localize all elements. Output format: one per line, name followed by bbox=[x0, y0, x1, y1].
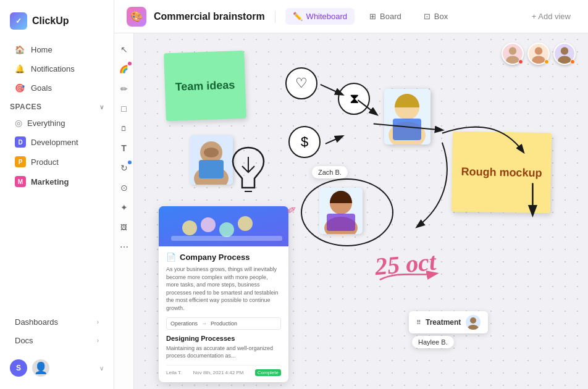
svg-rect-33 bbox=[171, 236, 282, 241]
sidebar-item-dashboards[interactable]: Dashboards › bbox=[5, 313, 109, 331]
doc-title-text: Company Process bbox=[180, 253, 250, 262]
bell-icon: 🔔 bbox=[15, 64, 25, 73]
svg-rect-17 bbox=[393, 119, 421, 140]
docs-label: Docs bbox=[15, 336, 33, 345]
svg-point-8 bbox=[204, 148, 219, 157]
sidebar-item-goals[interactable]: 🎯 Goals bbox=[5, 78, 109, 97]
tool-cursor[interactable]: ↖ bbox=[116, 41, 133, 58]
formula-icon: ✦ bbox=[120, 203, 128, 212]
date-text-value: 25 oct bbox=[374, 248, 437, 280]
tool-more[interactable]: ⋯ bbox=[116, 238, 133, 256]
page-title: Commercial brainstorm bbox=[154, 11, 265, 22]
doc-flow-to: Production bbox=[211, 320, 237, 327]
sidebar-goals-label: Goals bbox=[31, 83, 52, 93]
svg-point-34 bbox=[470, 317, 476, 324]
text-icon: T bbox=[121, 143, 127, 153]
tool-rainbow[interactable]: 🌈 bbox=[116, 61, 133, 78]
tab-board[interactable]: ⊞ Board bbox=[362, 8, 409, 25]
dashboards-chevron: › bbox=[97, 319, 99, 325]
marketing-badge: M bbox=[15, 176, 26, 187]
transform-icon: ↻ bbox=[120, 163, 128, 173]
sidebar-item-docs[interactable]: Docs › bbox=[5, 332, 109, 349]
more-icon: ⋯ bbox=[120, 242, 128, 252]
sidebar-item-product[interactable]: P Product bbox=[5, 153, 109, 171]
tab-box[interactable]: ⊡ Box bbox=[416, 8, 455, 25]
svg-point-4 bbox=[561, 47, 568, 54]
tool-note[interactable]: 🗒 bbox=[116, 120, 133, 137]
doc-flow: Operations → Production bbox=[166, 317, 281, 330]
heart-icon: ♡ bbox=[295, 75, 308, 91]
avatar-wrap-2 bbox=[527, 43, 550, 65]
svg-point-30 bbox=[201, 217, 216, 232]
date-annotation: 25 oct bbox=[374, 247, 437, 281]
svg-point-31 bbox=[219, 222, 234, 237]
tab-whiteboard[interactable]: ✏️ Whiteboard bbox=[285, 8, 355, 25]
spaces-label: Spaces bbox=[10, 102, 41, 111]
lightbulb-sketch bbox=[230, 144, 267, 206]
doc-card[interactable]: 📄 Company Process As your business grows… bbox=[159, 206, 288, 382]
docs-chevron: › bbox=[97, 337, 99, 344]
board-tab-icon: ⊞ bbox=[369, 12, 376, 21]
dashboards-label: Dashboards bbox=[15, 317, 58, 327]
whiteboard-tab-label: Whiteboard bbox=[306, 12, 347, 21]
sidebar-item-everything[interactable]: ◎ Everything bbox=[5, 114, 109, 132]
main-area: 🎨 Commercial brainstorm ✏️ Whiteboard ⊞ … bbox=[114, 0, 588, 389]
rect-icon: □ bbox=[121, 104, 126, 114]
treatment-card[interactable]: ⠿ Treatment bbox=[409, 311, 488, 333]
label-haylee: Haylee B. bbox=[412, 336, 454, 348]
doc-designing-text: Maintaining as accurate and well-organiz… bbox=[166, 345, 281, 360]
cursor-icon: ↖ bbox=[120, 44, 128, 54]
svg-point-5 bbox=[558, 56, 571, 65]
user-photo: 👤 bbox=[32, 359, 49, 377]
everything-label: Everything bbox=[27, 119, 65, 128]
sidebar-item-home[interactable]: 🏠 Home bbox=[5, 40, 109, 59]
svg-point-29 bbox=[182, 220, 197, 235]
whiteboard-canvas[interactable]: ↖ 🌈 ✏ □ 🗒 T ↻ ⊙ ✦ 🖼 ⋯ bbox=[114, 33, 588, 389]
tool-image[interactable]: 🖼 bbox=[116, 219, 133, 236]
home-icon: 🏠 bbox=[15, 44, 25, 54]
note-icon: 🗒 bbox=[120, 125, 127, 132]
svg-point-0 bbox=[509, 47, 516, 54]
avatar-wrap-3 bbox=[553, 43, 576, 65]
page-icon: 🎨 bbox=[127, 7, 146, 27]
sticky-yellow-text: Rough mockup bbox=[461, 165, 542, 179]
user-row[interactable]: S 👤 ∨ bbox=[0, 354, 114, 382]
box-tab-label: Box bbox=[434, 12, 448, 21]
tool-transform[interactable]: ↻ bbox=[116, 159, 133, 177]
tool-formula[interactable]: ✦ bbox=[116, 199, 133, 216]
doc-icon: 📄 bbox=[166, 253, 176, 262]
spaces-chevron[interactable]: ∨ bbox=[99, 104, 104, 111]
doc-card-header bbox=[159, 206, 288, 246]
add-view-button[interactable]: + Add view bbox=[527, 8, 576, 25]
label-zach: Zach B. bbox=[312, 166, 348, 178]
haylee-label-text: Haylee B. bbox=[418, 338, 448, 346]
sidebar-item-development[interactable]: D Development bbox=[5, 133, 109, 151]
marketing-label: Marketing bbox=[31, 177, 69, 186]
pencil-icon: ✏ bbox=[120, 84, 128, 94]
person-ellipse bbox=[301, 178, 393, 246]
sidebar-item-notifications[interactable]: 🔔 Notifications bbox=[5, 59, 109, 78]
sidebar-notifications-label: Notifications bbox=[31, 64, 75, 73]
spaces-section-header: Spaces ∨ bbox=[0, 98, 114, 114]
header: 🎨 Commercial brainstorm ✏️ Whiteboard ⊞ … bbox=[114, 0, 588, 33]
circle-dollar: $ bbox=[288, 126, 321, 158]
avatar: S bbox=[10, 359, 27, 377]
tool-rect[interactable]: □ bbox=[116, 100, 133, 117]
tool-text[interactable]: T bbox=[116, 140, 133, 157]
sidebar-item-marketing[interactable]: M Marketing bbox=[5, 172, 109, 191]
tool-pencil[interactable]: ✏ bbox=[116, 80, 133, 98]
everything-icon: ◎ bbox=[15, 118, 22, 128]
sticky-note-green[interactable]: Team ideas bbox=[164, 51, 246, 121]
sticky-green-text: Team ideas bbox=[175, 78, 235, 93]
user-chevron: ∨ bbox=[99, 365, 104, 372]
circle-hourglass: ⧗ bbox=[338, 83, 370, 115]
app-name: ClickUp bbox=[32, 15, 69, 27]
person-photo-1 bbox=[190, 135, 233, 185]
doc-card-body-text: As your business grows, things will inev… bbox=[166, 266, 281, 312]
sticky-note-yellow[interactable]: Rough mockup bbox=[452, 132, 552, 214]
whiteboard-tab-icon: ✏️ bbox=[293, 12, 303, 21]
logo-icon: ✓ bbox=[10, 12, 27, 30]
tool-connect[interactable]: ⊙ bbox=[116, 179, 133, 196]
logo: ✓ ClickUp bbox=[0, 7, 114, 40]
rainbow-icon: 🌈 bbox=[119, 65, 128, 73]
